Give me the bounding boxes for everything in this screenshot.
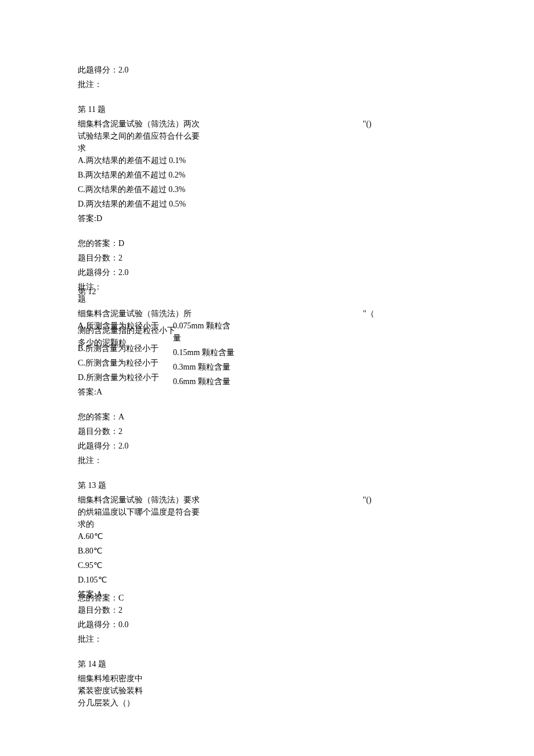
q11-marker: "()	[363, 118, 534, 130]
q11-heading: 第 11 题	[78, 103, 534, 115]
q11-opt-a: A.两次结果的差值不超过 0.1%	[78, 154, 534, 167]
q11-stem-row: 细集料含泥量试验（筛洗法）两次试验结果之间的差值应符合什么要求 "()	[78, 118, 534, 154]
q11-comment-label: 批注：	[78, 281, 534, 293]
q12-answer-key: 答案:A	[78, 386, 534, 398]
q11-opt-d: D.两次结果的差值不超过 0.5%	[78, 198, 534, 210]
q13-answer-overlap: 答案:A 您的答案：C	[78, 588, 534, 601]
q14-heading: 第 14 题	[78, 658, 534, 670]
q12-comment-label: 批注：	[78, 454, 534, 466]
q12-opt-d: D.所测含量为粒径小于	[78, 371, 534, 384]
q12-row1: A.所测含量为粒径小于 测的含泥量指的是粒径小下多少的泥颗粒	[78, 320, 534, 332]
q12-heading-rest: 题	[78, 293, 534, 305]
q12-stem-rest: 测的含泥量指的是粒径小下多少的泥颗粒	[78, 324, 176, 349]
q11-comment-overlap: 批注： 第 12	[78, 281, 534, 293]
q13-opt-a: A.60℃	[78, 530, 534, 542]
q11-opt-b: B.两次结果的差值不超过 0.2%	[78, 169, 534, 181]
q13-opt-c: C.95℃	[78, 559, 534, 571]
q11-answer-key: 答案:D	[78, 212, 534, 225]
q12-opt-c: C.所测含量为粒径小于	[78, 357, 534, 369]
page: 此题得分：2.0 批注： 第 11 题 细集料含泥量试验（筛洗法）两次试验结果之…	[0, 0, 534, 756]
q11-your-answer: 您的答案：D	[78, 237, 534, 249]
q13-your-answer: 您的答案：C	[78, 592, 124, 604]
q11-got-score: 此题得分：2.0	[78, 266, 534, 278]
q11-stem: 细集料含泥量试验（筛洗法）两次试验结果之间的差值应符合什么要求	[78, 118, 205, 154]
q11-opt-c: C.两次结果的差值不超过 0.3%	[78, 183, 534, 196]
q13-opt-d: D.105℃	[78, 574, 534, 586]
q13-heading: 第 13 题	[78, 479, 534, 491]
q13-marker: "()	[363, 494, 534, 506]
q12-body: A.所测含量为粒径小于 测的含泥量指的是粒径小下多少的泥颗粒 B.所测含量为粒径…	[78, 320, 534, 398]
q12-marker: "（	[363, 308, 534, 320]
q12-max-score: 题目分数：2	[78, 425, 534, 437]
q12-stem-row: 细集料含泥量试验（筛洗法）所 "（	[78, 308, 534, 320]
q13-comment-label: 批注：	[78, 633, 534, 645]
q12-stem-top: 细集料含泥量试验（筛洗法）所	[78, 308, 205, 320]
q13-answer-key: 答案:A	[78, 588, 534, 601]
prev-got-score: 此题得分：2.0	[78, 64, 534, 76]
q12-got-score: 此题得分：2.0	[78, 440, 534, 452]
q13-max-score: 题目分数：2	[78, 604, 534, 616]
prev-comment-label: 批注：	[78, 78, 534, 91]
q12-heading-part: 第 12	[78, 285, 96, 298]
q13-stem: 细集料含泥量试验（筛洗法）要求的烘箱温度以下哪个温度是符合要求的	[78, 494, 205, 530]
q14-stem: 细集料堆积密度中紧装密度试验装料分几层装入（）	[78, 672, 147, 709]
q13-opt-b: B.80℃	[78, 545, 534, 557]
q12-your-answer: 您的答案：A	[78, 411, 534, 423]
q11-max-score: 题目分数：2	[78, 252, 534, 264]
q13-stem-row: 细集料含泥量试验（筛洗法）要求的烘箱温度以下哪个温度是符合要求的 "()	[78, 494, 534, 530]
q13-got-score: 此题得分：0.0	[78, 618, 534, 631]
